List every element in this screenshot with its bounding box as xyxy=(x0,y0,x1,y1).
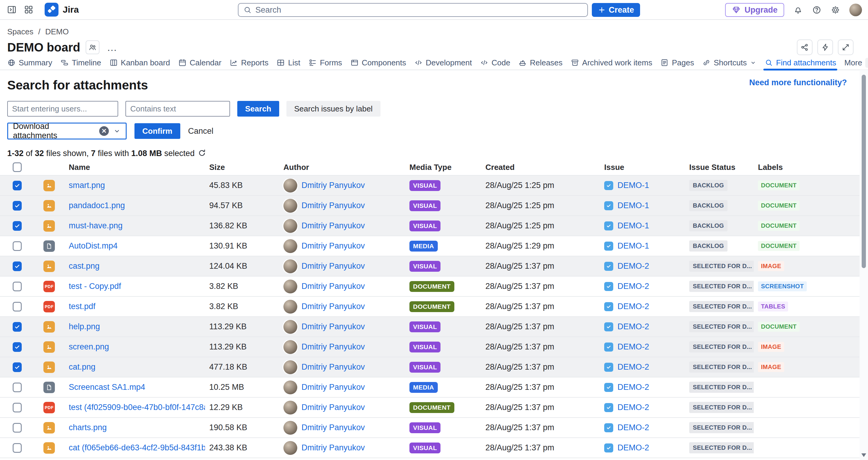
row-checkbox[interactable] xyxy=(13,282,22,291)
tab-components[interactable]: Components xyxy=(350,56,406,70)
file-name-link[interactable]: test - Copy.pdf xyxy=(69,282,121,291)
author-link[interactable]: Dmitriy Panyukov xyxy=(302,282,365,291)
issue-link[interactable]: DEMO-2 xyxy=(617,282,649,291)
row-checkbox[interactable] xyxy=(13,423,22,433)
need-more-functionality-link[interactable]: Need more functionality? xyxy=(749,78,847,87)
row-checkbox[interactable] xyxy=(13,181,22,190)
tab-summary[interactable]: Summary xyxy=(7,56,52,70)
author-link[interactable]: Dmitriy Panyukov xyxy=(302,261,365,271)
file-name-link[interactable]: cast.png xyxy=(69,261,99,271)
confirm-button[interactable]: Confirm xyxy=(134,123,180,139)
issue-link[interactable]: DEMO-1 xyxy=(617,221,649,230)
fullscreen-expand-icon[interactable] xyxy=(838,39,854,55)
column-header-author[interactable]: Author xyxy=(279,163,405,172)
issue-link[interactable]: DEMO-2 xyxy=(617,322,649,331)
file-name-link[interactable]: screen.png xyxy=(69,342,109,352)
issue-link[interactable]: DEMO-2 xyxy=(617,342,649,352)
author-link[interactable]: Dmitriy Panyukov xyxy=(302,201,365,210)
column-header-created[interactable]: Created xyxy=(481,163,600,172)
issue-link[interactable]: DEMO-1 xyxy=(617,241,649,251)
row-checkbox[interactable] xyxy=(13,241,22,251)
file-name-link[interactable]: cat (f065eb66-de63-4cf2-9b5d-843f1b9e06.… xyxy=(69,443,205,453)
jira-logo[interactable]: Jira xyxy=(44,3,79,17)
breadcrumb-spaces[interactable]: Spaces xyxy=(7,27,33,36)
row-checkbox[interactable] xyxy=(13,403,22,413)
scrollbar-thumb[interactable] xyxy=(862,75,866,268)
help-icon[interactable] xyxy=(812,5,822,15)
tab-timeline[interactable]: Timeline xyxy=(60,56,101,70)
author-link[interactable]: Dmitriy Panyukov xyxy=(302,383,365,392)
row-checkbox[interactable] xyxy=(13,383,22,392)
row-checkbox[interactable] xyxy=(13,302,22,311)
tab-kanban-board[interactable]: Kanban board xyxy=(110,56,170,70)
more-actions-icon[interactable]: … xyxy=(105,44,119,50)
select-all-checkbox[interactable] xyxy=(13,162,22,172)
tab-more[interactable]: More 1 xyxy=(844,56,868,70)
tab-reports[interactable]: Reports xyxy=(229,56,268,70)
tab-shortcuts[interactable]: Shortcuts xyxy=(702,56,756,70)
author-link[interactable]: Dmitriy Panyukov xyxy=(302,221,365,230)
file-name-link[interactable]: pandadoc1.png xyxy=(69,201,125,210)
column-header-name[interactable]: Name xyxy=(64,163,205,172)
action-select[interactable]: Download attachments ✕ xyxy=(7,123,127,139)
file-name-link[interactable]: must-have.png xyxy=(69,221,123,230)
file-name-link[interactable]: help.png xyxy=(69,322,100,331)
search-button[interactable]: Search xyxy=(237,101,279,117)
author-link[interactable]: Dmitriy Panyukov xyxy=(302,322,365,331)
tab-pages[interactable]: Pages xyxy=(660,56,694,70)
scroll-down-arrow[interactable] xyxy=(861,453,866,457)
column-header-labels[interactable]: Labels xyxy=(754,163,860,172)
issue-link[interactable]: DEMO-2 xyxy=(617,403,649,412)
tab-forms[interactable]: Forms xyxy=(308,56,342,70)
file-name-link[interactable]: charts.png xyxy=(69,423,107,432)
user-avatar[interactable] xyxy=(849,4,862,16)
row-checkbox[interactable] xyxy=(13,443,22,453)
board-members-button[interactable] xyxy=(86,40,99,54)
users-filter-input[interactable] xyxy=(7,101,118,117)
column-header-media-type[interactable]: Media Type xyxy=(405,163,481,172)
column-header-issue[interactable]: Issue xyxy=(600,163,685,172)
column-header-issue-status[interactable]: Issue Status xyxy=(685,163,754,172)
notifications-icon[interactable] xyxy=(793,5,803,15)
file-name-link[interactable]: Screencast SA1.mp4 xyxy=(69,383,145,392)
tab-releases[interactable]: Releases xyxy=(518,56,562,70)
file-name-link[interactable]: test.pdf xyxy=(69,302,96,311)
issue-link[interactable]: DEMO-2 xyxy=(617,423,649,432)
tab-list[interactable]: List xyxy=(276,56,300,70)
author-link[interactable]: Dmitriy Panyukov xyxy=(302,403,365,412)
clear-selection-icon[interactable]: ✕ xyxy=(99,126,109,136)
issue-link[interactable]: DEMO-2 xyxy=(617,261,649,271)
issue-link[interactable]: DEMO-2 xyxy=(617,443,649,453)
file-name-link[interactable]: cat.png xyxy=(69,362,96,372)
issue-link[interactable]: DEMO-2 xyxy=(617,383,649,392)
tab-archived-work-items[interactable]: Archived work items xyxy=(571,56,652,70)
file-name-link[interactable]: AutoDist.mp4 xyxy=(69,241,118,251)
row-checkbox[interactable] xyxy=(13,201,22,210)
share-icon[interactable] xyxy=(797,39,812,55)
global-search[interactable] xyxy=(238,3,588,17)
automation-lightning-icon[interactable] xyxy=(817,39,833,55)
tab-code[interactable]: Code xyxy=(480,56,510,70)
file-name-link[interactable]: smart.png xyxy=(69,181,105,190)
column-header-size[interactable]: Size xyxy=(205,163,279,172)
search-issues-by-label-button[interactable]: Search issues by label xyxy=(286,101,380,117)
file-name-link[interactable]: test (4f025909-b0ee-47b0-bf0f-147c8afdea… xyxy=(69,403,205,412)
row-checkbox[interactable] xyxy=(13,221,22,231)
breadcrumb-demo[interactable]: DEMO xyxy=(45,27,69,36)
author-link[interactable]: Dmitriy Panyukov xyxy=(302,241,365,251)
author-link[interactable]: Dmitriy Panyukov xyxy=(302,342,365,352)
issue-link[interactable]: DEMO-2 xyxy=(617,302,649,311)
author-link[interactable]: Dmitriy Panyukov xyxy=(302,362,365,372)
row-checkbox[interactable] xyxy=(13,342,22,352)
vertical-scrollbar[interactable] xyxy=(860,70,868,460)
global-search-input[interactable] xyxy=(255,5,583,15)
row-checkbox[interactable] xyxy=(13,261,22,271)
collapse-sidebar-icon[interactable] xyxy=(7,4,17,15)
author-link[interactable]: Dmitriy Panyukov xyxy=(302,423,365,432)
chevron-down-icon[interactable] xyxy=(113,127,121,135)
issue-link[interactable]: DEMO-1 xyxy=(617,201,649,210)
issue-link[interactable]: DEMO-1 xyxy=(617,181,649,190)
row-checkbox[interactable] xyxy=(13,362,22,372)
author-link[interactable]: Dmitriy Panyukov xyxy=(302,181,365,190)
settings-gear-icon[interactable] xyxy=(831,5,840,15)
